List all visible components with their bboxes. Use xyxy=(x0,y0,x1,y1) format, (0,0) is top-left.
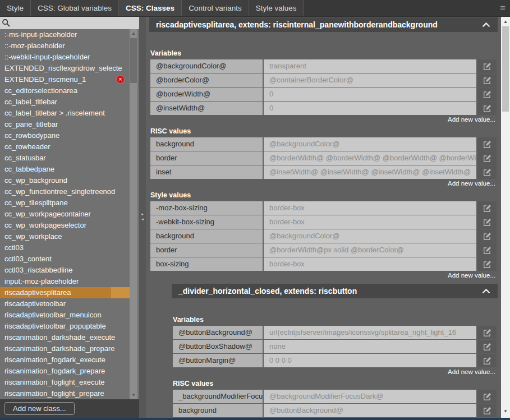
edit-value-button[interactable] xyxy=(477,87,497,101)
collapse-right-icon[interactable]: ▸ xyxy=(139,211,146,216)
app-window: StyleCSS: Global variablesCSS: ClassesCo… xyxy=(0,0,510,420)
tab-css-classes[interactable]: CSS: Classes xyxy=(119,0,182,16)
class-list-item[interactable]: cc_wp_workplace xyxy=(0,231,130,242)
value-row: @buttonBoxShadow@none xyxy=(173,340,497,353)
edit-value-button[interactable] xyxy=(477,243,497,257)
add-new-value-link[interactable]: Add new value... xyxy=(151,180,495,187)
edit-value-button[interactable] xyxy=(477,257,497,271)
class-list-item[interactable]: cctl03 xyxy=(0,242,130,253)
splitter-collapse-icons[interactable]: ▸ ◂ xyxy=(139,211,146,221)
add-new-value-link[interactable]: Add new value... xyxy=(151,272,495,279)
edit-value-button[interactable] xyxy=(477,137,497,151)
section-body: Variables@buttonBackground@url(eclntjsfs… xyxy=(172,298,498,418)
remove-class-icon[interactable]: × xyxy=(116,75,125,84)
value-row: background@buttonBackground@ xyxy=(173,404,497,417)
value-row: @insetWidth@0 xyxy=(150,101,497,115)
value-row: inset@insetWidth@ @insetWidth@ @insetWid… xyxy=(150,165,497,179)
class-list-item[interactable]: riscanimation_darkshade_execute xyxy=(0,332,130,343)
class-list-item[interactable]: riscanimation_foglight_execute xyxy=(0,377,130,388)
class-list-item[interactable]: riscanimation_darkshade_prepare xyxy=(0,343,130,354)
tab-style[interactable]: Style xyxy=(0,0,31,16)
edit-value-button[interactable] xyxy=(477,151,497,165)
main-scrollbar[interactable]: ▲ ▼ xyxy=(501,17,510,418)
chevron-up-icon[interactable] xyxy=(481,22,491,28)
tab-style-values[interactable]: Style values xyxy=(249,0,304,16)
edit-value-button[interactable] xyxy=(477,354,497,367)
property-name: -webkit-box-sizing xyxy=(150,215,263,229)
class-list-item[interactable]: riscadaptivetoolbar xyxy=(0,298,130,310)
class-list-item[interactable]: cc_wp_workpageselector xyxy=(0,220,130,231)
edit-value-button[interactable] xyxy=(477,404,497,417)
class-list-item[interactable]: cc_tabbedpane xyxy=(0,164,130,175)
edit-icon xyxy=(483,393,491,401)
tab-control-variants[interactable]: Control variants xyxy=(182,0,249,16)
section-header[interactable]: _divider_horizontal_closed, extends: ris… xyxy=(172,284,498,298)
scroll-up-button[interactable]: ▲ xyxy=(130,30,137,37)
class-list-item[interactable]: cc_rowbodypane xyxy=(0,130,130,141)
class-list-item[interactable]: riscadaptivetoolbar_menuicon xyxy=(0,310,130,321)
edit-value-button[interactable] xyxy=(477,201,497,215)
class-list-item[interactable]: cc_wp_workpagecontainer xyxy=(0,209,130,220)
class-list-item[interactable]: cc_wp_background xyxy=(0,175,130,186)
class-list-item[interactable]: cc_wp_tilesplitpane xyxy=(0,197,130,209)
edit-value-button[interactable] xyxy=(477,340,497,353)
class-list-item[interactable]: riscanimation_fogdark_prepare xyxy=(0,366,130,377)
scrollbar-thumb[interactable] xyxy=(502,26,509,112)
class-list-item[interactable]: :-ms-input-placeholder xyxy=(0,29,130,40)
edit-value-button[interactable] xyxy=(477,165,497,179)
add-new-value-link[interactable]: Add new value... xyxy=(151,116,495,123)
property-value: border-box xyxy=(264,215,476,229)
edit-icon xyxy=(483,168,491,177)
class-list-item[interactable]: cctl03_content xyxy=(0,253,130,265)
class-list-item[interactable]: ::-moz-placeholder xyxy=(0,40,130,52)
value-row: border@borderWidth@ @borderWidth@ @borde… xyxy=(150,151,497,165)
menu-icon[interactable]: ≡ xyxy=(500,0,506,16)
edit-value-button[interactable] xyxy=(477,326,497,339)
class-list-item[interactable]: EXTENDED_riscmenu_1× xyxy=(0,74,130,85)
class-list-item[interactable]: cc_statusbar xyxy=(0,153,130,164)
edit-value-button[interactable] xyxy=(477,73,497,87)
tab-css-global-variables[interactable]: CSS: Global variables xyxy=(31,0,119,16)
scrollbar-thumb[interactable] xyxy=(130,38,137,83)
class-list-item[interactable]: cc_label_titlebar xyxy=(0,96,130,108)
class-list-item[interactable]: cc_label_titlebar > .riscelement xyxy=(0,108,130,119)
class-list-item[interactable]: riscadaptivetoolbar_popuptable xyxy=(0,321,130,332)
collapse-left-icon[interactable]: ◂ xyxy=(139,216,146,221)
edit-value-button[interactable] xyxy=(477,390,497,403)
class-list-item[interactable]: ::-webkit-input-placeholder xyxy=(0,52,130,63)
class-list-item[interactable]: cc_wp_functiontree_singletreenod xyxy=(0,186,130,197)
edit-value-button[interactable] xyxy=(477,229,497,243)
chevron-up-icon[interactable] xyxy=(481,288,491,294)
value-row: @borderWidth@0 xyxy=(150,87,497,101)
edit-value-button[interactable] xyxy=(477,215,497,229)
class-list-item[interactable]: input:-moz-placeholder xyxy=(0,276,130,287)
section-title: riscadaptivesplitarea, extends: riscinte… xyxy=(156,20,438,29)
scroll-down-button[interactable]: ▼ xyxy=(130,391,137,399)
property-value: url(eclntjsfserver/images/iconssvg/split… xyxy=(264,326,476,339)
add-new-value-link[interactable]: Add new value... xyxy=(174,368,495,376)
edit-value-button[interactable] xyxy=(477,59,497,73)
sidebar-scrollbar[interactable]: ▲ ▼ xyxy=(130,29,137,399)
property-value: @buttonBackground@ xyxy=(264,404,476,417)
edit-value-button[interactable] xyxy=(477,101,497,115)
class-list-item[interactable]: riscanimation_fogdark_execute xyxy=(0,354,130,366)
class-list-item[interactable]: cc_pane_titlebar xyxy=(0,119,130,130)
class-list-item[interactable]: cc_rowheader xyxy=(0,141,130,153)
splitter-handle[interactable]: ▸ ◂ xyxy=(139,17,146,418)
tab-bar: StyleCSS: Global variablesCSS: ClassesCo… xyxy=(0,0,510,17)
section-header[interactable]: riscadaptivesplitarea, extends: riscinte… xyxy=(149,17,498,32)
class-list-item[interactable]: riscadaptivesplitarea xyxy=(0,287,130,298)
main-panel: riscadaptivesplitarea, extends: riscinte… xyxy=(146,17,501,418)
scroll-down-button[interactable]: ▼ xyxy=(501,408,510,416)
search-input[interactable] xyxy=(11,17,137,29)
add-class-button[interactable]: Add new class... xyxy=(4,402,75,415)
class-list-item[interactable]: cctl03_risctabbedline xyxy=(0,265,130,276)
edit-icon xyxy=(483,90,491,99)
property-name: _backgroundModifierFocus xyxy=(173,390,263,403)
content-area: :-ms-input-placeholder::-moz-placeholder… xyxy=(0,17,510,418)
class-list-item[interactable]: EXTENDED_riscflexgridrow_selecte xyxy=(0,63,130,74)
scroll-up-button[interactable]: ▲ xyxy=(501,18,510,26)
group-label-variables: Variables xyxy=(150,49,497,58)
class-list-item[interactable]: riscanimation_foglight_prepare xyxy=(0,388,130,399)
class-list-item[interactable]: cc_editorselectionarea xyxy=(0,85,130,96)
